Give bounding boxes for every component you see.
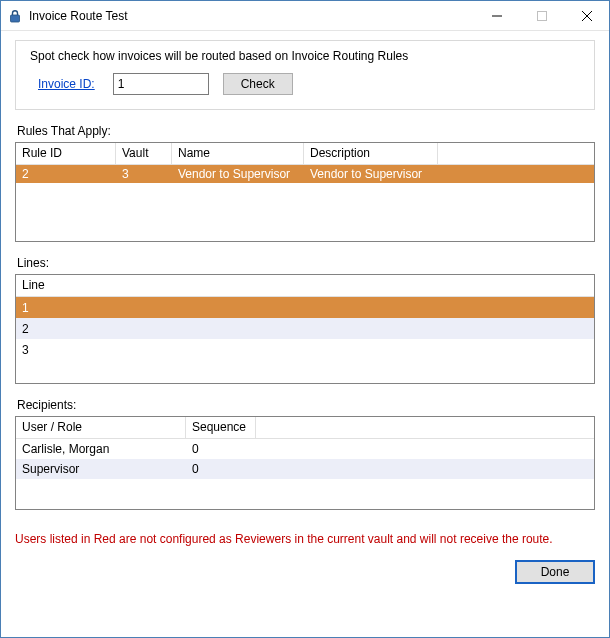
close-button[interactable]	[564, 1, 609, 30]
lock-icon	[7, 8, 23, 24]
lines-listview[interactable]: Line 1 2 3	[15, 274, 595, 384]
title-bar: Invoice Route Test	[1, 1, 609, 31]
spot-check-group: Spot check how invoices will be routed b…	[15, 40, 595, 110]
rules-header-name[interactable]: Name	[172, 143, 304, 165]
maximize-button[interactable]	[519, 1, 564, 30]
minimize-button[interactable]	[474, 1, 519, 30]
rules-listview[interactable]: Rule ID Vault Name Description 2 3 Vendo…	[15, 142, 595, 242]
lines-row[interactable]: 1	[16, 297, 594, 318]
recipients-header-row: User / Role Sequence	[16, 417, 594, 439]
rules-header-vault[interactable]: Vault	[116, 143, 172, 165]
recipients-cell-sequence: 0	[186, 441, 256, 457]
footer-warning: Users listed in Red are not configured a…	[15, 532, 595, 546]
recipients-cell-user: Carlisle, Morgan	[16, 441, 186, 457]
rules-header-row: Rule ID Vault Name Description	[16, 143, 594, 165]
invoice-id-input[interactable]	[113, 73, 209, 95]
lines-cell: 2	[16, 321, 594, 337]
rules-body: 2 3 Vendor to Supervisor Vendor to Super…	[16, 165, 594, 183]
lines-row[interactable]: 2	[16, 318, 594, 339]
lines-cell: 3	[16, 342, 594, 358]
svg-rect-0	[11, 15, 20, 22]
recipients-cell-sequence: 0	[186, 461, 256, 477]
recipients-header-user[interactable]: User / Role	[16, 417, 186, 439]
rules-label: Rules That Apply:	[17, 124, 595, 138]
window-title: Invoice Route Test	[29, 9, 128, 23]
recipients-row[interactable]: Carlisle, Morgan 0	[16, 439, 594, 459]
recipients-cell-user: Supervisor	[16, 461, 186, 477]
lines-label: Lines:	[17, 256, 595, 270]
recipients-header-sequence[interactable]: Sequence	[186, 417, 256, 439]
lines-header-line[interactable]: Line	[16, 275, 594, 297]
rules-header-description[interactable]: Description	[304, 143, 438, 165]
rules-cell-description: Vendor to Supervisor	[304, 166, 438, 182]
lines-row[interactable]: 3	[16, 339, 594, 360]
button-row: Done	[15, 560, 595, 584]
done-button[interactable]: Done	[515, 560, 595, 584]
svg-rect-2	[537, 11, 546, 20]
lines-header-row: Line	[16, 275, 594, 297]
rules-header-spacer	[438, 143, 594, 165]
rules-cell-name: Vendor to Supervisor	[172, 166, 304, 182]
rules-row[interactable]: 2 3 Vendor to Supervisor Vendor to Super…	[16, 165, 594, 183]
window-root: Invoice Route Test Spot check how invoic…	[0, 0, 610, 638]
recipients-listview[interactable]: User / Role Sequence Carlisle, Morgan 0 …	[15, 416, 595, 510]
lines-cell: 1	[16, 300, 594, 316]
lines-body: 1 2 3	[16, 297, 594, 360]
rules-cell-vault: 3	[116, 166, 172, 182]
group-caption: Spot check how invoices will be routed b…	[30, 49, 582, 63]
content-area: Spot check how invoices will be routed b…	[1, 31, 609, 637]
recipients-header-spacer	[256, 417, 594, 439]
recipients-row[interactable]: Supervisor 0	[16, 459, 594, 479]
invoice-id-link[interactable]: Invoice ID:	[38, 77, 95, 91]
check-button[interactable]: Check	[223, 73, 293, 95]
rules-cell-ruleid: 2	[16, 166, 116, 182]
recipients-body: Carlisle, Morgan 0 Supervisor 0	[16, 439, 594, 479]
recipients-label: Recipients:	[17, 398, 595, 412]
rules-header-ruleid[interactable]: Rule ID	[16, 143, 116, 165]
